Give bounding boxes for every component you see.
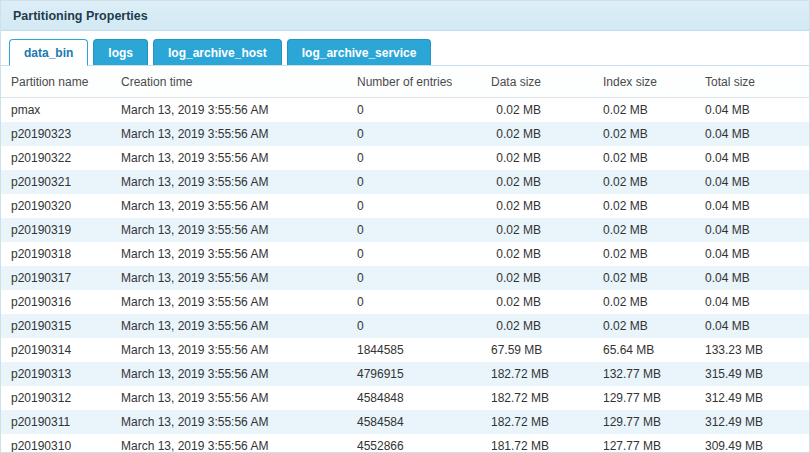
cell-creation-time: March 13, 2019 3:55:56 AM [113, 434, 349, 452]
cell-partition-name: p20190321 [1, 170, 113, 194]
cell-data-size: 0.02 MB [483, 314, 595, 338]
cell-entries: 0 [349, 218, 483, 242]
table-row[interactable]: p20190323March 13, 2019 3:55:56 AM00.02 … [1, 122, 809, 146]
cell-data-size: 0.02 MB [483, 98, 595, 123]
column-header-partition-name: Partition name [1, 66, 113, 98]
cell-total-size: 0.04 MB [697, 122, 809, 146]
cell-index-size: 129.77 MB [595, 386, 697, 410]
cell-entries: 4584584 [349, 410, 483, 434]
cell-entries: 0 [349, 170, 483, 194]
cell-total-size: 0.04 MB [697, 314, 809, 338]
partitions-table-container: Partition name Creation time Number of e… [1, 66, 809, 452]
cell-creation-time: March 13, 2019 3:55:56 AM [113, 122, 349, 146]
table-row[interactable]: p20190322March 13, 2019 3:55:56 AM00.02 … [1, 146, 809, 170]
cell-partition-name: p20190312 [1, 386, 113, 410]
cell-partition-name: p20190322 [1, 146, 113, 170]
cell-data-size: 0.02 MB [483, 290, 595, 314]
table-row[interactable]: p20190318March 13, 2019 3:55:56 AM00.02 … [1, 242, 809, 266]
cell-creation-time: March 13, 2019 3:55:56 AM [113, 290, 349, 314]
cell-index-size: 0.02 MB [595, 314, 697, 338]
cell-entries: 0 [349, 242, 483, 266]
cell-partition-name: p20190317 [1, 266, 113, 290]
tab-logs[interactable]: logs [93, 39, 148, 65]
table-row[interactable]: p20190316March 13, 2019 3:55:56 AM00.02 … [1, 290, 809, 314]
table-row[interactable]: p20190321March 13, 2019 3:55:56 AM00.02 … [1, 170, 809, 194]
cell-data-size: 67.59 MB [483, 338, 595, 362]
cell-creation-time: March 13, 2019 3:55:56 AM [113, 194, 349, 218]
cell-creation-time: March 13, 2019 3:55:56 AM [113, 386, 349, 410]
cell-total-size: 0.04 MB [697, 194, 809, 218]
cell-partition-name: p20190318 [1, 242, 113, 266]
cell-partition-name: pmax [1, 98, 113, 123]
table-row[interactable]: p20190313March 13, 2019 3:55:56 AM479691… [1, 362, 809, 386]
column-header-number-of-entries: Number of entries [349, 66, 483, 98]
column-header-creation-time: Creation time [113, 66, 349, 98]
cell-creation-time: March 13, 2019 3:55:56 AM [113, 410, 349, 434]
titlebar: Partitioning Properties [1, 1, 809, 31]
cell-entries: 0 [349, 194, 483, 218]
cell-data-size: 181.72 MB [483, 434, 595, 452]
cell-partition-name: p20190310 [1, 434, 113, 452]
cell-creation-time: March 13, 2019 3:55:56 AM [113, 314, 349, 338]
cell-data-size: 182.72 MB [483, 386, 595, 410]
cell-index-size: 0.02 MB [595, 170, 697, 194]
cell-index-size: 0.02 MB [595, 218, 697, 242]
cell-index-size: 0.02 MB [595, 122, 697, 146]
tab-log_archive_host[interactable]: log_archive_host [153, 39, 282, 65]
cell-data-size: 182.72 MB [483, 362, 595, 386]
table-row[interactable]: p20190315March 13, 2019 3:55:56 AM00.02 … [1, 314, 809, 338]
cell-entries: 0 [349, 290, 483, 314]
table-row[interactable]: p20190311March 13, 2019 3:55:56 AM458458… [1, 410, 809, 434]
cell-total-size: 0.04 MB [697, 218, 809, 242]
cell-partition-name: p20190315 [1, 314, 113, 338]
cell-creation-time: March 13, 2019 3:55:56 AM [113, 242, 349, 266]
tab-log_archive_service[interactable]: log_archive_service [287, 39, 432, 65]
cell-creation-time: March 13, 2019 3:55:56 AM [113, 146, 349, 170]
cell-total-size: 312.49 MB [697, 386, 809, 410]
cell-entries: 0 [349, 146, 483, 170]
cell-partition-name: p20190319 [1, 218, 113, 242]
cell-entries: 0 [349, 266, 483, 290]
cell-entries: 1844585 [349, 338, 483, 362]
partitions-table: Partition name Creation time Number of e… [1, 66, 809, 452]
table-row[interactable]: p20190310March 13, 2019 3:55:56 AM455286… [1, 434, 809, 452]
cell-entries: 4552866 [349, 434, 483, 452]
table-row[interactable]: p20190317March 13, 2019 3:55:56 AM00.02 … [1, 266, 809, 290]
cell-creation-time: March 13, 2019 3:55:56 AM [113, 98, 349, 123]
table-row[interactable]: p20190314March 13, 2019 3:55:56 AM184458… [1, 338, 809, 362]
column-header-total-size: Total size [697, 66, 809, 98]
cell-data-size: 0.02 MB [483, 266, 595, 290]
cell-index-size: 0.02 MB [595, 194, 697, 218]
cell-creation-time: March 13, 2019 3:55:56 AM [113, 266, 349, 290]
cell-data-size: 0.02 MB [483, 170, 595, 194]
cell-data-size: 0.02 MB [483, 218, 595, 242]
cell-total-size: 0.04 MB [697, 266, 809, 290]
cell-partition-name: p20190323 [1, 122, 113, 146]
table-header-row: Partition name Creation time Number of e… [1, 66, 809, 98]
column-header-index-size: Index size [595, 66, 697, 98]
cell-index-size: 0.02 MB [595, 98, 697, 123]
cell-total-size: 0.04 MB [697, 170, 809, 194]
cell-total-size: 0.04 MB [697, 290, 809, 314]
table-row[interactable]: p20190312March 13, 2019 3:55:56 AM458484… [1, 386, 809, 410]
cell-index-size: 127.77 MB [595, 434, 697, 452]
cell-total-size: 312.49 MB [697, 410, 809, 434]
cell-data-size: 0.02 MB [483, 122, 595, 146]
table-row[interactable]: p20190320March 13, 2019 3:55:56 AM00.02 … [1, 194, 809, 218]
cell-entries: 4584848 [349, 386, 483, 410]
table-row[interactable]: p20190319March 13, 2019 3:55:56 AM00.02 … [1, 218, 809, 242]
cell-index-size: 0.02 MB [595, 290, 697, 314]
cell-data-size: 0.02 MB [483, 194, 595, 218]
cell-entries: 0 [349, 122, 483, 146]
cell-partition-name: p20190314 [1, 338, 113, 362]
tab-data_bin[interactable]: data_bin [9, 39, 88, 66]
cell-partition-name: p20190311 [1, 410, 113, 434]
cell-index-size: 65.64 MB [595, 338, 697, 362]
column-header-data-size: Data size [483, 66, 595, 98]
cell-partition-name: p20190316 [1, 290, 113, 314]
cell-data-size: 0.02 MB [483, 146, 595, 170]
cell-creation-time: March 13, 2019 3:55:56 AM [113, 218, 349, 242]
table-row[interactable]: pmaxMarch 13, 2019 3:55:56 AM00.02 MB0.0… [1, 98, 809, 123]
cell-data-size: 0.02 MB [483, 242, 595, 266]
cell-data-size: 182.72 MB [483, 410, 595, 434]
